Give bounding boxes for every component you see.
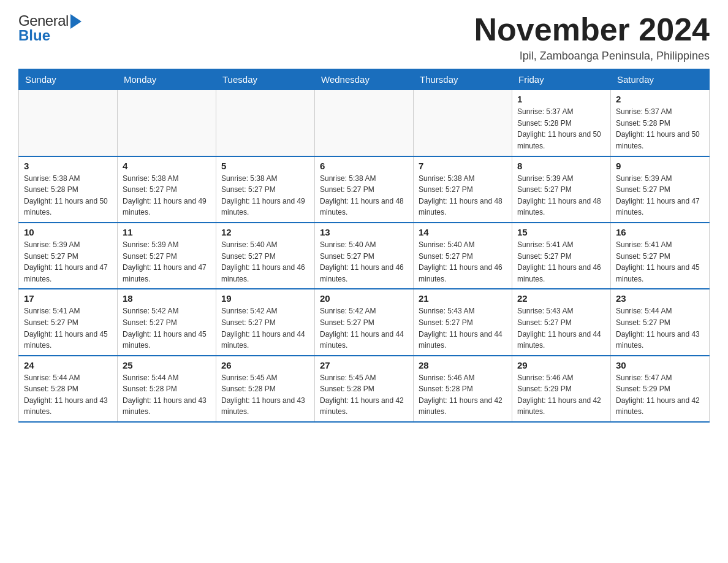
day-info: Sunrise: 5:42 AMSunset: 5:27 PMDaylight:…	[221, 305, 309, 351]
calendar-cell: 25Sunrise: 5:44 AMSunset: 5:28 PMDayligh…	[118, 356, 216, 422]
day-info: Sunrise: 5:47 AMSunset: 5:29 PMDaylight:…	[616, 372, 704, 418]
day-info: Sunrise: 5:39 AMSunset: 5:27 PMDaylight:…	[24, 239, 112, 285]
day-number: 29	[517, 360, 605, 370]
day-number: 30	[616, 360, 704, 370]
calendar-cell: 22Sunrise: 5:43 AMSunset: 5:27 PMDayligh…	[512, 289, 611, 355]
calendar-cell	[216, 90, 315, 156]
calendar-cell	[118, 90, 216, 156]
day-info: Sunrise: 5:39 AMSunset: 5:27 PMDaylight:…	[616, 173, 704, 218]
day-number: 16	[616, 227, 704, 237]
day-number: 3	[24, 161, 112, 171]
calendar-cell: 21Sunrise: 5:43 AMSunset: 5:27 PMDayligh…	[414, 289, 512, 355]
calendar-cell: 17Sunrise: 5:41 AMSunset: 5:27 PMDayligh…	[19, 289, 118, 355]
day-number: 23	[616, 293, 704, 304]
day-info: Sunrise: 5:38 AMSunset: 5:27 PMDaylight:…	[320, 173, 408, 218]
calendar-day-header: Sunday	[19, 69, 118, 90]
page-header: General Blue November 2024 Ipil, Zamboan…	[18, 12, 710, 63]
day-info: Sunrise: 5:42 AMSunset: 5:27 PMDaylight:…	[320, 305, 408, 351]
day-number: 24	[24, 360, 112, 370]
day-info: Sunrise: 5:43 AMSunset: 5:27 PMDaylight:…	[517, 305, 605, 351]
calendar-day-header: Friday	[512, 69, 611, 90]
calendar-cell	[414, 90, 512, 156]
day-info: Sunrise: 5:37 AMSunset: 5:28 PMDaylight:…	[616, 106, 704, 151]
calendar-cell: 12Sunrise: 5:40 AMSunset: 5:27 PMDayligh…	[216, 223, 315, 289]
calendar-cell: 4Sunrise: 5:38 AMSunset: 5:27 PMDaylight…	[118, 156, 216, 223]
calendar-table: SundayMondayTuesdayWednesdayThursdayFrid…	[18, 69, 710, 423]
day-info: Sunrise: 5:38 AMSunset: 5:27 PMDaylight:…	[123, 173, 211, 218]
calendar-week-row: 10Sunrise: 5:39 AMSunset: 5:27 PMDayligh…	[19, 223, 710, 289]
calendar-cell: 11Sunrise: 5:39 AMSunset: 5:27 PMDayligh…	[118, 223, 216, 289]
day-info: Sunrise: 5:38 AMSunset: 5:27 PMDaylight:…	[419, 173, 507, 218]
day-number: 22	[517, 293, 605, 304]
calendar-week-row: 24Sunrise: 5:44 AMSunset: 5:28 PMDayligh…	[19, 356, 710, 422]
calendar-cell: 30Sunrise: 5:47 AMSunset: 5:29 PMDayligh…	[611, 356, 710, 422]
day-info: Sunrise: 5:46 AMSunset: 5:28 PMDaylight:…	[419, 372, 507, 418]
logo-blue-text: Blue	[18, 27, 50, 44]
calendar-header-row: SundayMondayTuesdayWednesdayThursdayFrid…	[19, 69, 710, 90]
calendar-cell: 28Sunrise: 5:46 AMSunset: 5:28 PMDayligh…	[414, 356, 512, 422]
calendar-cell: 27Sunrise: 5:45 AMSunset: 5:28 PMDayligh…	[315, 356, 414, 422]
calendar-cell: 3Sunrise: 5:38 AMSunset: 5:28 PMDaylight…	[19, 156, 118, 223]
calendar-cell: 20Sunrise: 5:42 AMSunset: 5:27 PMDayligh…	[315, 289, 414, 355]
calendar-cell: 7Sunrise: 5:38 AMSunset: 5:27 PMDaylight…	[414, 156, 512, 223]
location-text: Ipil, Zamboanga Peninsula, Philippines	[474, 50, 710, 63]
day-info: Sunrise: 5:42 AMSunset: 5:27 PMDaylight:…	[123, 305, 211, 351]
day-number: 9	[616, 161, 704, 171]
calendar-week-row: 3Sunrise: 5:38 AMSunset: 5:28 PMDaylight…	[19, 156, 710, 223]
day-number: 15	[517, 227, 605, 237]
calendar-cell	[19, 90, 118, 156]
day-info: Sunrise: 5:41 AMSunset: 5:27 PMDaylight:…	[616, 239, 704, 285]
calendar-day-header: Saturday	[611, 69, 710, 90]
day-number: 8	[517, 161, 605, 171]
calendar-cell: 15Sunrise: 5:41 AMSunset: 5:27 PMDayligh…	[512, 223, 611, 289]
day-number: 25	[123, 360, 211, 370]
calendar-cell: 6Sunrise: 5:38 AMSunset: 5:27 PMDaylight…	[315, 156, 414, 223]
day-number: 11	[123, 227, 211, 237]
month-title: November 2024	[474, 12, 710, 47]
calendar-cell: 9Sunrise: 5:39 AMSunset: 5:27 PMDaylight…	[611, 156, 710, 223]
day-number: 5	[221, 161, 309, 171]
day-info: Sunrise: 5:41 AMSunset: 5:27 PMDaylight:…	[517, 239, 605, 285]
day-number: 20	[320, 293, 408, 304]
day-info: Sunrise: 5:46 AMSunset: 5:29 PMDaylight:…	[517, 372, 605, 418]
day-number: 27	[320, 360, 408, 370]
calendar-cell: 23Sunrise: 5:44 AMSunset: 5:27 PMDayligh…	[611, 289, 710, 355]
day-info: Sunrise: 5:45 AMSunset: 5:28 PMDaylight:…	[221, 372, 309, 418]
day-number: 7	[419, 161, 507, 171]
day-number: 1	[517, 94, 605, 104]
day-number: 21	[419, 293, 507, 304]
calendar-cell: 18Sunrise: 5:42 AMSunset: 5:27 PMDayligh…	[118, 289, 216, 355]
calendar-cell: 14Sunrise: 5:40 AMSunset: 5:27 PMDayligh…	[414, 223, 512, 289]
day-number: 14	[419, 227, 507, 237]
day-number: 13	[320, 227, 408, 237]
day-info: Sunrise: 5:37 AMSunset: 5:28 PMDaylight:…	[517, 106, 605, 151]
day-info: Sunrise: 5:39 AMSunset: 5:27 PMDaylight:…	[517, 173, 605, 218]
day-number: 6	[320, 161, 408, 171]
day-info: Sunrise: 5:38 AMSunset: 5:27 PMDaylight:…	[221, 173, 309, 218]
calendar-cell: 16Sunrise: 5:41 AMSunset: 5:27 PMDayligh…	[611, 223, 710, 289]
calendar-cell: 13Sunrise: 5:40 AMSunset: 5:27 PMDayligh…	[315, 223, 414, 289]
day-info: Sunrise: 5:44 AMSunset: 5:28 PMDaylight:…	[24, 372, 112, 418]
day-number: 4	[123, 161, 211, 171]
calendar-cell: 5Sunrise: 5:38 AMSunset: 5:27 PMDaylight…	[216, 156, 315, 223]
day-number: 10	[24, 227, 112, 237]
day-info: Sunrise: 5:41 AMSunset: 5:27 PMDaylight:…	[24, 305, 112, 351]
day-number: 2	[616, 94, 704, 104]
day-info: Sunrise: 5:43 AMSunset: 5:27 PMDaylight:…	[419, 305, 507, 351]
calendar-week-row: 1Sunrise: 5:37 AMSunset: 5:28 PMDaylight…	[19, 90, 710, 156]
day-info: Sunrise: 5:40 AMSunset: 5:27 PMDaylight:…	[221, 239, 309, 285]
calendar-cell: 10Sunrise: 5:39 AMSunset: 5:27 PMDayligh…	[19, 223, 118, 289]
calendar-cell: 2Sunrise: 5:37 AMSunset: 5:28 PMDaylight…	[611, 90, 710, 156]
day-number: 12	[221, 227, 309, 237]
calendar-day-header: Monday	[118, 69, 216, 90]
title-section: November 2024 Ipil, Zamboanga Peninsula,…	[474, 12, 710, 63]
calendar-day-header: Tuesday	[216, 69, 315, 90]
calendar-day-header: Wednesday	[315, 69, 414, 90]
day-number: 26	[221, 360, 309, 370]
day-info: Sunrise: 5:45 AMSunset: 5:28 PMDaylight:…	[320, 372, 408, 418]
calendar-cell	[315, 90, 414, 156]
day-number: 19	[221, 293, 309, 304]
day-info: Sunrise: 5:40 AMSunset: 5:27 PMDaylight:…	[419, 239, 507, 285]
day-info: Sunrise: 5:44 AMSunset: 5:28 PMDaylight:…	[123, 372, 211, 418]
day-info: Sunrise: 5:38 AMSunset: 5:28 PMDaylight:…	[24, 173, 112, 218]
